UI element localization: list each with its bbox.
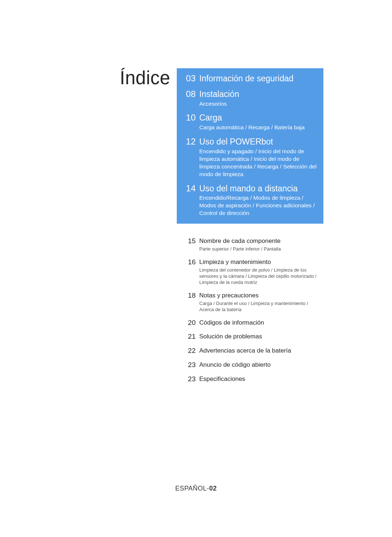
toc-entry-body: Códigos de información: [196, 319, 318, 327]
toc-entry-subtitle: Limpieza del contenedor de polvo / Limpi…: [199, 267, 318, 286]
toc-entry-body: Anuncio de código abierto: [196, 361, 318, 369]
toc-entry-title: Códigos de información: [199, 319, 318, 327]
toc-entry-body: Advertencias acerca de la batería: [196, 347, 318, 355]
toc-entry-title: Uso del POWERbot: [199, 137, 318, 147]
toc-entry-body: Solución de problemas: [196, 333, 318, 341]
toc-entry-subtitle: Encendido/Recarga / Modos de limpieza / …: [199, 194, 318, 217]
toc-page-number: 08: [182, 89, 196, 99]
page-footer: ESPAÑOL-02: [0, 485, 392, 492]
toc-entry-title: Notas y precauciones: [199, 292, 318, 300]
toc-entry-title: Instalación: [199, 89, 318, 99]
toc-page-number: 18: [182, 292, 196, 300]
toc-entry-body: Especificaciones: [196, 375, 318, 383]
toc-entry-title: Nombre de cada componente: [199, 237, 318, 245]
toc-heading: Índice: [120, 67, 170, 89]
toc-entry-subtitle: Accesorios: [199, 100, 318, 108]
toc-entry-body: Carga Carga automática / Recarga / Bater…: [196, 113, 318, 131]
toc-entry: 22 Advertencias acerca de la batería: [182, 347, 318, 355]
footer-page-number: 02: [209, 485, 217, 492]
toc-entry-title: Especificaciones: [199, 375, 318, 383]
footer-language: ESPAÑOL-: [175, 485, 209, 492]
toc-primary-block: 03 Información de seguridad 08 Instalaci…: [177, 68, 323, 224]
toc-entry-body: Notas y precauciones Carga / Durante el …: [196, 292, 318, 313]
toc-entry-body: Limpieza y mantenimiento Limpieza del co…: [196, 258, 318, 286]
toc-page-number: 03: [182, 73, 196, 84]
toc-page-number: 22: [182, 347, 196, 355]
toc-entry: 23 Anuncio de código abierto: [182, 361, 318, 369]
toc-secondary-block: 15 Nombre de cada componente Parte super…: [177, 233, 323, 389]
toc-entry: 10 Carga Carga automática / Recarga / Ba…: [182, 113, 318, 131]
toc-page-number: 20: [182, 319, 196, 327]
toc-entry-title: Información de seguridad: [199, 73, 318, 84]
toc-entry-subtitle: Carga / Durante el uso / Limpieza y mant…: [199, 301, 318, 313]
toc-entry-title: Solución de problemas: [199, 333, 318, 341]
toc-entry-title: Carga: [199, 113, 318, 123]
toc-entry-subtitle: Carga automática / Recarga / Batería baj…: [199, 124, 318, 131]
toc-page-number: 12: [182, 137, 196, 147]
toc-page-number: 23: [182, 361, 196, 369]
toc-entry-title: Uso del mando a distancia: [199, 183, 318, 194]
toc-page-number: 15: [182, 237, 196, 245]
toc-page-number: 10: [182, 113, 196, 123]
toc-entry: 18 Notas y precauciones Carga / Durante …: [182, 292, 318, 313]
toc-entry: 16 Limpieza y mantenimiento Limpieza del…: [182, 258, 318, 286]
toc-entry-body: Uso del POWERbot Encendido y apagado / I…: [196, 137, 318, 178]
toc-entry: 12 Uso del POWERbot Encendido y apagado …: [182, 137, 318, 178]
toc-entry: 21 Solución de problemas: [182, 333, 318, 341]
manual-toc-page: Índice 03 Información de seguridad 08 In…: [0, 0, 392, 537]
toc-entry: 14 Uso del mando a distancia Encendido/R…: [182, 183, 318, 217]
toc-entry-body: Instalación Accesorios: [196, 89, 318, 108]
toc-entry-subtitle: Parte superior / Parte inferior / Pantal…: [199, 246, 318, 252]
toc-entry-body: Nombre de cada componente Parte superior…: [196, 237, 318, 252]
toc-page-number: 21: [182, 333, 196, 341]
toc-entry-body: Información de seguridad: [196, 73, 318, 84]
toc-entry: 03 Información de seguridad: [182, 73, 318, 84]
toc-page-number: 14: [182, 183, 196, 194]
toc-entry: 15 Nombre de cada componente Parte super…: [182, 237, 318, 252]
toc-entry-title: Limpieza y mantenimiento: [199, 258, 318, 266]
toc-entry: 08 Instalación Accesorios: [182, 89, 318, 108]
toc-page-number: 16: [182, 258, 196, 267]
toc-entry-title: Advertencias acerca de la batería: [199, 347, 318, 355]
toc-entry-title: Anuncio de código abierto: [199, 361, 318, 369]
toc-page-number: 23: [182, 375, 196, 383]
toc-entry: 23 Especificaciones: [182, 375, 318, 383]
toc-entry-subtitle: Encendido y apagado / Inicio del modo de…: [199, 148, 318, 178]
toc-entry-body: Uso del mando a distancia Encendido/Reca…: [196, 183, 318, 217]
toc-entry: 20 Códigos de información: [182, 319, 318, 327]
